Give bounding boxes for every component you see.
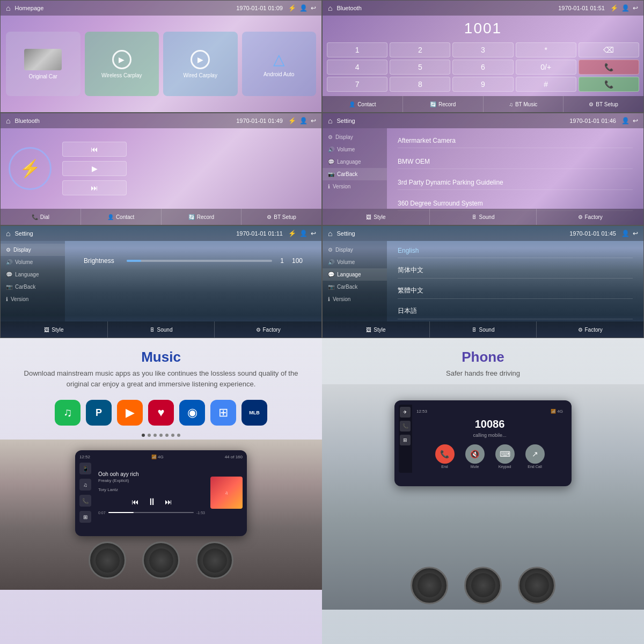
play-pause[interactable]: ⏸ <box>147 496 157 508</box>
footer-tab3-dial[interactable]: 📞 Dial <box>1 209 81 225</box>
key-hash[interactable]: # <box>516 77 576 92</box>
app-youtube-music[interactable]: ▶ <box>117 400 143 426</box>
setting-version-6[interactable]: ℹ Version <box>323 293 387 305</box>
setting-volume-5[interactable]: 🔊 Volume <box>1 256 65 268</box>
footer-tab-contact[interactable]: 👤 Contact <box>323 96 403 112</box>
setting-display[interactable]: ⚙ Display <box>323 131 387 143</box>
setting-volume[interactable]: 🔊 Volume <box>323 143 387 156</box>
setting-display-6[interactable]: ⚙ Display <box>323 244 387 256</box>
key-7[interactable]: 7 <box>327 77 387 92</box>
camera-opt-2[interactable]: BMW OEM <box>398 155 633 169</box>
key-call[interactable]: 📞 <box>579 77 639 92</box>
setting-language-5[interactable]: 💬 Language <box>1 268 65 281</box>
next-track[interactable]: ⏭ <box>165 497 172 506</box>
keypad-btn[interactable]: ⌨ <box>495 444 515 464</box>
phone-vent-right <box>518 567 555 604</box>
footer-tab3-contact[interactable]: 👤 Contact <box>81 209 162 225</box>
setting-version-5[interactable]: ℹ Version <box>1 293 65 305</box>
app-pandora[interactable]: P <box>86 400 112 426</box>
key-9[interactable]: 9 <box>452 77 513 92</box>
home-icon-4: ⌂ <box>328 116 332 125</box>
footer-tab3-record[interactable]: 🔄 Record <box>162 209 242 225</box>
lang-simplified-chinese[interactable]: 简体中文 <box>398 262 633 279</box>
contact-icon-3: 👤 <box>107 214 114 220</box>
setting-language-6[interactable]: 💬 Language <box>323 268 387 281</box>
footer-tab5-style[interactable]: 🖼 Style <box>1 321 108 338</box>
bottom-section: Music Download mainstream music apps as … <box>0 338 644 644</box>
bt-prev-btn[interactable]: ⏮ <box>62 142 127 157</box>
setting-carback[interactable]: 📷 CarBack <box>323 168 387 180</box>
footer-tab3-btsetup[interactable]: ⚙ BT Setup <box>241 209 321 225</box>
key-end-call[interactable]: 📞 <box>579 60 639 75</box>
key-4[interactable]: 4 <box>327 60 387 75</box>
key-1[interactable]: 1 <box>327 42 387 57</box>
back-icon-2: ↩ <box>633 4 638 12</box>
panel6-title: Setting <box>336 230 569 237</box>
footer-tab-btsetup[interactable]: ⚙ BT Setup <box>564 96 643 112</box>
setting-language[interactable]: 💬 Language <box>323 156 387 168</box>
setting-version[interactable]: ℹ Version <box>323 180 387 193</box>
footer-tab-btmusic[interactable]: ♫ BT Music <box>484 96 564 112</box>
footer-tab4-factory[interactable]: ⚙ Factory <box>537 209 643 225</box>
brightness-main: Brightness 1 100 <box>65 241 321 321</box>
call-buttons: 📞 End 🔇 Mute ⌨ Keypad <box>416 444 563 469</box>
original-car-option[interactable]: Original Car <box>6 32 80 96</box>
dot-2 <box>148 434 151 437</box>
footer-tab6-style[interactable]: 🖼 Style <box>323 321 430 338</box>
lang-traditional-chinese[interactable]: 繁體中文 <box>398 283 633 299</box>
footer-tab6-factory[interactable]: ⚙ Factory <box>537 321 643 338</box>
mute-btn[interactable]: 🔇 <box>465 444 485 464</box>
app-siriusxm[interactable]: ◉ <box>179 400 205 426</box>
setting-display-5[interactable]: ⚙ Display <box>1 244 65 256</box>
factory-label: Factory <box>585 214 603 220</box>
screens-grid: ⌂ Homepage 1970-01-01 01:09 ⚡ 👤 ↩ Origin… <box>0 0 644 338</box>
phone-vent-center <box>464 567 502 604</box>
footer-tab6-sound[interactable]: 🎚 Sound <box>430 321 537 338</box>
phone-vent-inner-center <box>471 573 495 597</box>
dot-5 <box>165 434 169 437</box>
android-auto-option[interactable]: △ Android Auto <box>242 32 317 96</box>
brightness-slider[interactable] <box>127 260 272 262</box>
panel4-status-icons: 👤 ↩ <box>621 117 638 125</box>
panel4-title: Setting <box>336 118 569 124</box>
back-icon-5: ↩ <box>311 230 316 237</box>
prev-track[interactable]: ⏮ <box>131 497 139 506</box>
contact-icon: 👤 <box>349 101 355 107</box>
lang-english[interactable]: English <box>398 244 633 258</box>
key-star[interactable]: * <box>516 42 576 57</box>
bt-play-btn[interactable]: ▶ <box>62 161 127 176</box>
lang-japanese[interactable]: 日本語 <box>398 303 633 319</box>
key-0plus[interactable]: 0/+ <box>516 60 576 75</box>
wireless-carplay-option[interactable]: ▶ Wireless Carplay <box>85 32 159 96</box>
setting-carback-6[interactable]: 📷 CarBack <box>323 281 387 293</box>
dial-icon: 📞 <box>32 214 38 220</box>
end-call2-btn[interactable]: ↗ <box>525 444 545 464</box>
app-iheart[interactable]: ♥ <box>148 400 174 426</box>
app-spotify[interactable]: ♫ <box>55 400 80 426</box>
song-detail: Freaky (Explicit) <box>98 478 205 483</box>
key-5[interactable]: 5 <box>390 60 450 75</box>
camera-opt-1[interactable]: Aftermarket Camera <box>398 134 633 148</box>
bt-next-btn[interactable]: ⏭ <box>62 180 127 195</box>
key-6[interactable]: 6 <box>452 60 513 75</box>
wired-carplay-option[interactable]: ▶ Wired Carplay <box>163 32 238 96</box>
footer-tab5-factory[interactable]: ⚙ Factory <box>215 321 321 338</box>
key-8[interactable]: 8 <box>390 77 450 92</box>
end-call-btn[interactable]: 📞 <box>435 444 455 464</box>
key-backspace[interactable]: ⌫ <box>579 42 639 57</box>
footer-tab4-sound[interactable]: 🎚 Sound <box>430 209 537 225</box>
footer-tab4-style[interactable]: 🖼 Style <box>323 209 430 225</box>
footer-tab5-sound[interactable]: 🎚 Sound <box>108 321 215 338</box>
btsetup-icon: ⚙ <box>589 101 594 107</box>
wired-carplay-label: Wired Carplay <box>184 72 217 78</box>
app-mlb[interactable]: MLB <box>241 400 267 426</box>
user-icon-5: 👤 <box>299 230 308 237</box>
key-3[interactable]: 3 <box>452 42 513 57</box>
key-2[interactable]: 2 <box>390 42 450 57</box>
setting-carback-5[interactable]: 📷 CarBack <box>1 281 65 293</box>
app-search[interactable]: ⊞ <box>210 400 236 426</box>
footer-tab-record[interactable]: 🔄 Record <box>403 96 484 112</box>
camera-opt-3[interactable]: 3rd Party Dynamic Parking Guideline <box>398 175 633 190</box>
setting-volume-6[interactable]: 🔊 Volume <box>323 256 387 268</box>
panel2-status-icons: ⚡ 👤 ↩ <box>610 4 638 12</box>
